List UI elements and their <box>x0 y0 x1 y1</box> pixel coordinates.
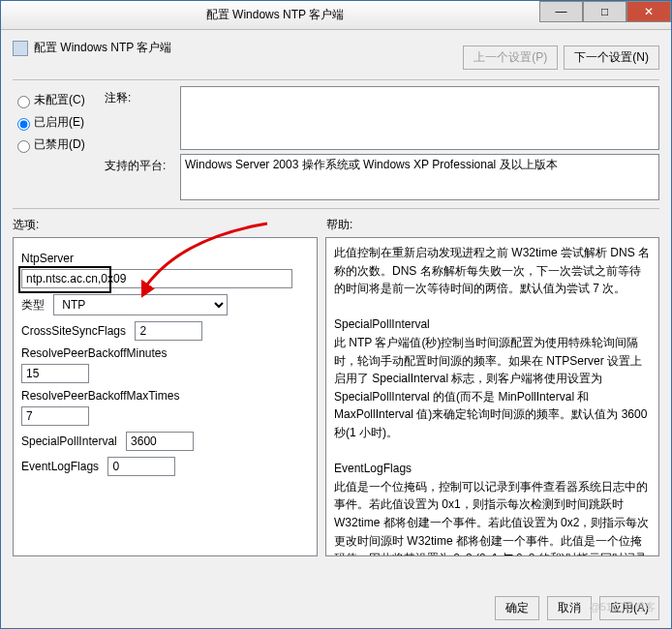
window-title: 配置 Windows NTP 客户端 <box>11 7 539 23</box>
help-label: 帮助: <box>326 217 352 233</box>
apply-button[interactable]: 应用(A) <box>599 596 659 620</box>
backoffmin-input[interactable] <box>21 364 89 383</box>
eventlog-label: EventLogFlags <box>21 460 99 473</box>
platform-text: Windows Server 2003 操作系统或 Windows XP Pro… <box>180 154 659 200</box>
specialpoll-input[interactable] <box>126 432 194 451</box>
ntpserver-input[interactable] <box>21 269 292 288</box>
backoffmax-input[interactable] <box>21 406 89 426</box>
policy-icon <box>13 41 28 56</box>
options-label: 选项: <box>13 217 326 233</box>
platform-label: 支持的平台: <box>105 154 172 200</box>
comment-label: 注释: <box>105 86 172 150</box>
header-title: 配置 Windows NTP 客户端 <box>34 40 171 56</box>
state-radio-group: 未配置(C) 已启用(E) 已禁用(D) <box>13 86 97 159</box>
maximize-button[interactable]: □ <box>583 1 626 22</box>
prev-setting-button[interactable]: 上一个设置(P) <box>463 45 558 70</box>
help-panel: 此值控制在重新启动发现进程之前 W32time 尝试解析 DNS 名称的次数。D… <box>325 237 659 556</box>
specialpoll-label: SpecialPollInterval <box>21 434 117 448</box>
next-setting-button[interactable]: 下一个设置(N) <box>564 45 659 70</box>
crosssite-input[interactable] <box>135 321 202 341</box>
options-panel: NtpServer 类型 NTP CrossSiteSyncFlags Reso… <box>13 237 318 556</box>
titlebar: 配置 Windows NTP 客户端 — □ ✕ <box>1 1 671 30</box>
radio-enabled[interactable]: 已启用(E) <box>13 114 97 131</box>
eventlog-input[interactable] <box>107 457 175 476</box>
type-select[interactable]: NTP <box>53 294 228 315</box>
dialog-window: 配置 Windows NTP 客户端 — □ ✕ 配置 Windows NTP … <box>0 0 672 629</box>
cancel-button[interactable]: 取消 <box>547 596 592 620</box>
window-buttons: — □ ✕ <box>539 1 671 29</box>
radio-disabled[interactable]: 已禁用(D) <box>13 136 97 153</box>
crosssite-label: CrossSiteSyncFlags <box>21 324 126 338</box>
backoffmin-label: ResolvePeerBackoffMinutes <box>21 346 309 360</box>
ntpserver-label: NtpServer <box>21 252 309 265</box>
ok-button[interactable]: 确定 <box>495 596 539 620</box>
separator-2 <box>13 208 659 209</box>
backoffmax-label: ResolvePeerBackoffMaxTimes <box>21 389 309 403</box>
close-button[interactable]: ✕ <box>626 1 671 22</box>
type-label: 类型 <box>21 298 45 312</box>
comment-textarea[interactable] <box>180 86 659 150</box>
separator <box>13 79 659 80</box>
minimize-button[interactable]: — <box>539 1 583 22</box>
radio-not-configured[interactable]: 未配置(C) <box>13 92 97 108</box>
